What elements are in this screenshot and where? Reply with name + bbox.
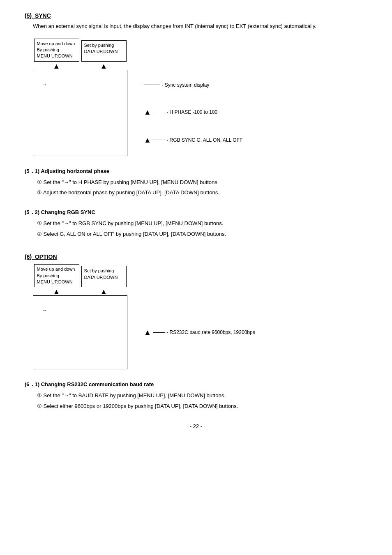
arrow-to-rs232c: ▲ bbox=[144, 329, 151, 336]
step-52-1: ① Set the "→" to RGB SYNC by pushing [ME… bbox=[37, 219, 367, 228]
menu-arrow-up: ▲ bbox=[53, 62, 60, 70]
subsection-52: (5．2) Changing RGB SYNC ① Set the "→" to… bbox=[25, 209, 367, 239]
subsection-52-steps: ① Set the "→" to RGB SYNC by pushing [ME… bbox=[37, 219, 367, 239]
step-61-2: ② Select either 9600bps or 19200bps by p… bbox=[37, 401, 367, 411]
section-6-text: OPTION bbox=[35, 253, 57, 260]
section-6-title: (6) OPTION bbox=[25, 253, 367, 260]
data-arrow-up: ▲ bbox=[100, 62, 108, 70]
right-labels-5: · Sync system display ▲ · H PHASE -100 t… bbox=[144, 70, 242, 156]
cursor-row-6: → bbox=[42, 307, 124, 313]
subsection-52-title: (5．2) Changing RGB SYNC bbox=[25, 209, 367, 216]
arrow-to-rgbsync: ▲ bbox=[144, 136, 151, 144]
right-label-rs232c: ▲ · RS232C baud rate 9600bps, 19200bps bbox=[144, 329, 255, 336]
right-label-sync: · Sync system display bbox=[144, 82, 242, 88]
step-51-1: ① Set the "→" to H PHASE by pushing [MEN… bbox=[37, 177, 367, 187]
page-number: - 22 - bbox=[25, 423, 367, 429]
subsection-51: (5．1) Adjusting horizontal phase ① Set t… bbox=[25, 168, 367, 198]
section-6: (6) OPTION Move up and down By pushing M… bbox=[25, 253, 367, 411]
step-61-1: ① Set the "→" to BAUD RATE by pushing [M… bbox=[37, 391, 367, 400]
right-labels-6: ▲ · RS232C baud rate 9600bps, 19200bps bbox=[144, 295, 255, 369]
section-5-diagram: Move up and down By pushing MENU UP,DOWN… bbox=[33, 39, 367, 156]
section-6-number: (6) bbox=[25, 253, 32, 260]
subsection-61-steps: ① Set the "→" to BAUD RATE by pushing [M… bbox=[37, 391, 367, 411]
section-5-number: (5) bbox=[25, 12, 32, 19]
subsection-51-title: (5．1) Adjusting horizontal phase bbox=[25, 168, 367, 175]
right-label-hphase: ▲ · H PHASE -100 to 100 bbox=[144, 108, 242, 116]
section-5-title: (5) SYNC bbox=[25, 12, 367, 19]
menu-arrow-up-6: ▲ bbox=[53, 288, 60, 295]
section-5-intro: When an external sync signal is input, t… bbox=[33, 22, 367, 30]
step-51-2: ② Adjust the horizontal phase by pushing… bbox=[37, 188, 367, 197]
step-52-2: ② Select G, ALL ON or ALL OFF by pushing… bbox=[37, 229, 367, 239]
data-label-box-6: Set by pushing DATA UP,DOWN bbox=[81, 266, 127, 287]
subsection-61: (6．1) Changing RS232C communication baud… bbox=[25, 381, 367, 411]
right-label-rgbsync: ▲ · RGB SYNC G, ALL ON, ALL OFF bbox=[144, 136, 242, 144]
arrow-to-hphase: ▲ bbox=[144, 108, 151, 116]
section-5-text: SYNC bbox=[35, 12, 51, 19]
menu-label-box: Move up and down By pushing MENU UP,DOWN bbox=[34, 39, 79, 62]
screen-box-6: → bbox=[33, 295, 127, 369]
section-6-diagram: Move up and down By pushing MENU UP,DOWN… bbox=[33, 264, 367, 369]
cursor-row: → bbox=[42, 82, 124, 88]
menu-label-box-6: Move up and down By pushing MENU UP,DOWN bbox=[34, 264, 79, 287]
data-arrow-up-6: ▲ bbox=[100, 288, 108, 295]
subsection-61-title: (6．1) Changing RS232C communication baud… bbox=[25, 381, 367, 388]
subsection-51-steps: ① Set the "→" to H PHASE by pushing [MEN… bbox=[37, 177, 367, 198]
screen-box-5: → bbox=[33, 70, 127, 156]
section-5: (5) SYNC When an external sync signal is… bbox=[25, 12, 367, 239]
data-label-box: Set by pushing DATA UP,DOWN bbox=[81, 40, 127, 62]
